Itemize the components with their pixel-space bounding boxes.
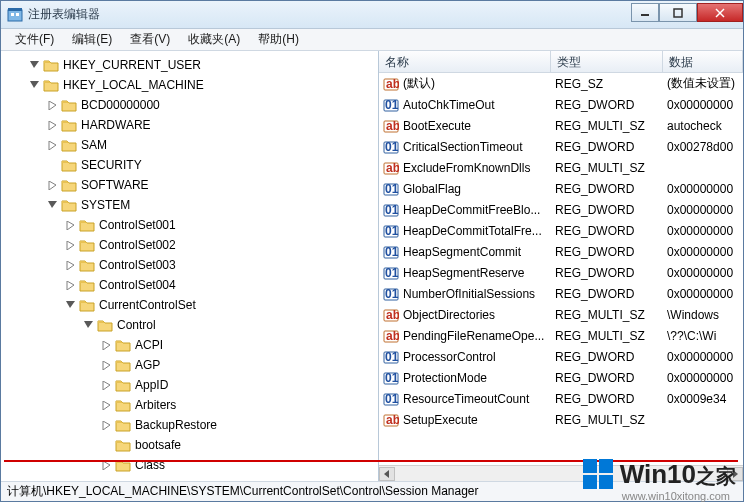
- value-binary-icon: 011: [383, 97, 399, 113]
- list-row[interactable]: abBootExecuteREG_MULTI_SZautocheck: [379, 115, 743, 136]
- value-string-icon: ab: [383, 76, 399, 92]
- expand-toggle-icon[interactable]: [29, 60, 40, 71]
- folder-icon: [61, 118, 77, 132]
- tree-node[interactable]: ControlSet004: [1, 275, 378, 295]
- list-row[interactable]: 011NumberOfInitialSessionsREG_DWORD0x000…: [379, 283, 743, 304]
- value-data: 0x00000000: [663, 244, 743, 260]
- list-row[interactable]: abObjectDirectoriesREG_MULTI_SZ\Windows: [379, 304, 743, 325]
- tree-node[interactable]: ControlSet001: [1, 215, 378, 235]
- expand-toggle-icon[interactable]: [29, 80, 40, 91]
- list-rows[interactable]: ab(默认)REG_SZ(数值未设置)011AutoChkTimeOutREG_…: [379, 73, 743, 465]
- list-row[interactable]: 011ResourceTimeoutCountREG_DWORD0x0009e3…: [379, 388, 743, 409]
- scroll-left-icon[interactable]: [379, 467, 395, 481]
- tree-panel[interactable]: HKEY_CURRENT_USERHKEY_LOCAL_MACHINEBCD00…: [1, 51, 379, 481]
- tree-node[interactable]: HKEY_LOCAL_MACHINE: [1, 75, 378, 95]
- close-button[interactable]: [697, 3, 743, 22]
- menu-file[interactable]: 文件(F): [7, 29, 62, 50]
- list-row[interactable]: 011HeapSegmentReserveREG_DWORD0x00000000: [379, 262, 743, 283]
- expand-toggle-icon[interactable]: [47, 160, 58, 171]
- expand-toggle-icon[interactable]: [65, 260, 76, 271]
- tree-node[interactable]: Control: [1, 315, 378, 335]
- list-row[interactable]: 011CriticalSectionTimeoutREG_DWORD0x0027…: [379, 136, 743, 157]
- value-data: 0x00000000: [663, 286, 743, 302]
- tree-node[interactable]: SAM: [1, 135, 378, 155]
- list-row[interactable]: 011GlobalFlagREG_DWORD0x00000000: [379, 178, 743, 199]
- value-name: HeapSegmentReserve: [403, 266, 524, 280]
- value-type: REG_SZ: [551, 76, 663, 92]
- window: 注册表编辑器 文件(F) 编辑(E) 查看(V) 收藏夹(A) 帮助(H) HK…: [0, 0, 744, 502]
- list-row[interactable]: 011AutoChkTimeOutREG_DWORD0x00000000: [379, 94, 743, 115]
- svg-marker-19: [66, 301, 75, 308]
- value-binary-icon: 011: [383, 202, 399, 218]
- expand-toggle-icon[interactable]: [47, 140, 58, 151]
- windows-logo-icon: [582, 458, 614, 490]
- tree-node[interactable]: BCD00000000: [1, 95, 378, 115]
- list-row[interactable]: abSetupExecuteREG_MULTI_SZ: [379, 409, 743, 430]
- col-data[interactable]: 数据: [663, 51, 743, 72]
- expand-toggle-icon[interactable]: [65, 300, 76, 311]
- expand-toggle-icon[interactable]: [65, 280, 76, 291]
- value-type: REG_MULTI_SZ: [551, 412, 663, 428]
- expand-toggle-icon[interactable]: [47, 180, 58, 191]
- tree-node[interactable]: AppID: [1, 375, 378, 395]
- list-row[interactable]: ab(默认)REG_SZ(数值未设置): [379, 73, 743, 94]
- value-type: REG_DWORD: [551, 202, 663, 218]
- expand-toggle-icon[interactable]: [47, 120, 58, 131]
- expand-toggle-icon[interactable]: [47, 200, 58, 211]
- svg-marker-25: [103, 421, 110, 430]
- minimize-button[interactable]: [631, 3, 659, 22]
- tree-node[interactable]: SOFTWARE: [1, 175, 378, 195]
- svg-rect-0: [8, 10, 22, 21]
- menu-view[interactable]: 查看(V): [122, 29, 178, 50]
- svg-text:011: 011: [385, 371, 399, 385]
- expand-toggle-icon[interactable]: [47, 100, 58, 111]
- value-type: REG_DWORD: [551, 349, 663, 365]
- tree-label: ControlSet002: [99, 238, 176, 252]
- list-row[interactable]: abExcludeFromKnownDllsREG_MULTI_SZ: [379, 157, 743, 178]
- tree-node[interactable]: HARDWARE: [1, 115, 378, 135]
- svg-marker-15: [67, 221, 74, 230]
- tree-label: SOFTWARE: [81, 178, 149, 192]
- expand-toggle-icon[interactable]: [65, 220, 76, 231]
- expand-toggle-icon[interactable]: [101, 360, 112, 371]
- menu-edit[interactable]: 编辑(E): [64, 29, 120, 50]
- list-row[interactable]: 011HeapDeCommitTotalFre...REG_DWORD0x000…: [379, 220, 743, 241]
- tree-node[interactable]: HKEY_CURRENT_USER: [1, 55, 378, 75]
- tree-node[interactable]: ControlSet002: [1, 235, 378, 255]
- tree-node[interactable]: bootsafe: [1, 435, 378, 455]
- window-title: 注册表编辑器: [28, 6, 631, 23]
- value-binary-icon: 011: [383, 370, 399, 386]
- value-data: 0x00000000: [663, 349, 743, 365]
- list-row[interactable]: 011HeapSegmentCommitREG_DWORD0x00000000: [379, 241, 743, 262]
- expand-toggle-icon[interactable]: [101, 420, 112, 431]
- tree-node[interactable]: Arbiters: [1, 395, 378, 415]
- expand-toggle-icon[interactable]: [101, 340, 112, 351]
- menu-favorites[interactable]: 收藏夹(A): [180, 29, 248, 50]
- list-row[interactable]: 011HeapDeCommitFreeBlo...REG_DWORD0x0000…: [379, 199, 743, 220]
- list-row[interactable]: 011ProcessorControlREG_DWORD0x00000000: [379, 346, 743, 367]
- menu-help[interactable]: 帮助(H): [250, 29, 307, 50]
- folder-icon: [61, 198, 77, 212]
- tree-node[interactable]: Class: [1, 455, 378, 475]
- expand-toggle-icon[interactable]: [101, 400, 112, 411]
- col-type[interactable]: 类型: [551, 51, 663, 72]
- tree-node[interactable]: CurrentControlSet: [1, 295, 378, 315]
- expand-toggle-icon[interactable]: [83, 320, 94, 331]
- tree-node[interactable]: SECURITY: [1, 155, 378, 175]
- list-row[interactable]: 011ProtectionModeREG_DWORD0x00000000: [379, 367, 743, 388]
- svg-marker-61: [384, 470, 389, 478]
- tree-node[interactable]: ACPI: [1, 335, 378, 355]
- value-name: (默认): [403, 75, 435, 92]
- tree-node[interactable]: SYSTEM: [1, 195, 378, 215]
- tree-node[interactable]: AGP: [1, 355, 378, 375]
- col-name[interactable]: 名称: [379, 51, 551, 72]
- list-row[interactable]: abPendingFileRenameOpe...REG_MULTI_SZ\??…: [379, 325, 743, 346]
- value-name: ProtectionMode: [403, 371, 487, 385]
- expand-toggle-icon[interactable]: [65, 240, 76, 251]
- value-binary-icon: 011: [383, 349, 399, 365]
- expand-toggle-icon[interactable]: [101, 380, 112, 391]
- tree-node[interactable]: ControlSet003: [1, 255, 378, 275]
- tree-node[interactable]: BackupRestore: [1, 415, 378, 435]
- maximize-button[interactable]: [659, 3, 697, 22]
- expand-toggle-icon[interactable]: [101, 440, 112, 451]
